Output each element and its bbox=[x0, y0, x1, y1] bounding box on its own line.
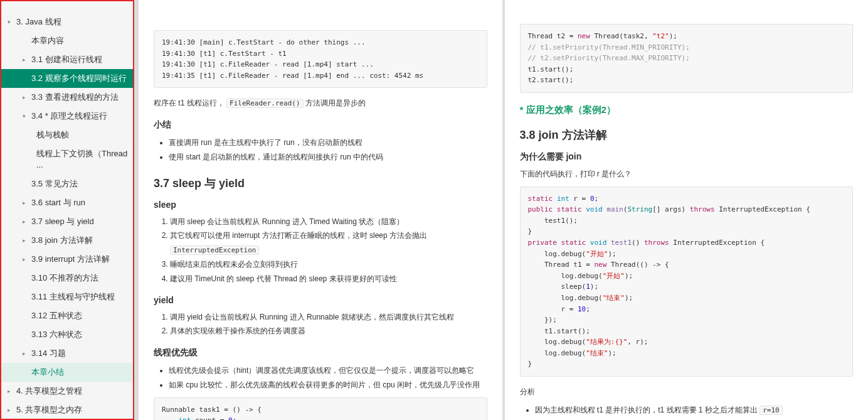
list-item: 如果 cpu 比较忙，那么优先级高的线程会获得更多的时间片，但 cpu 闲时，优… bbox=[169, 378, 487, 392]
nav-item-20[interactable]: 5. 共享模型之内存 bbox=[1, 401, 133, 419]
list-item: 调用 sleep 会让当前线程从 Running 进入 Timed Waitin… bbox=[170, 215, 487, 229]
list-item: 建议用 TimeUnit 的 sleep 代替 Thread 的 sleep 来… bbox=[170, 272, 487, 286]
nav-item-10[interactable]: 3.7 sleep 与 yield bbox=[1, 212, 133, 231]
nav-item-1[interactable]: 本章内容 bbox=[1, 31, 133, 50]
ordered-list: 调用 sleep 会让当前线程从 Running 进入 Timed Waitin… bbox=[154, 215, 487, 286]
heading-why-join: 为什么需要 join bbox=[520, 151, 854, 163]
nav-item-9[interactable]: 3.6 start 与 run bbox=[1, 193, 133, 212]
heading-sleep: sleep bbox=[154, 200, 487, 210]
nav-item-15[interactable]: 3.12 五种状态 bbox=[1, 306, 133, 325]
nav-item-6[interactable]: 栈与栈帧 bbox=[1, 126, 133, 144]
pane-divider bbox=[134, 0, 139, 420]
inline-code: InterruptedException bbox=[170, 245, 259, 255]
list-item: 其它线程可以使用 interrupt 方法打断正在睡眠的线程，这时 sleep … bbox=[170, 229, 487, 257]
heading-yield: yield bbox=[154, 295, 487, 305]
nav-item-14[interactable]: 3.11 主线程与守护线程 bbox=[1, 288, 133, 306]
list-item: 而主线程一开始就要打印 r 的结果，所以只能打印出 r=0 bbox=[535, 417, 854, 420]
nav-item-12[interactable]: 3.9 interrupt 方法详解 bbox=[1, 250, 133, 269]
heading-summary: 小结 bbox=[154, 119, 487, 131]
nav-item-4[interactable]: 3.3 查看进程线程的方法 bbox=[1, 88, 133, 107]
heading-37: 3.7 sleep 与 yield bbox=[154, 176, 487, 191]
nav-item-2[interactable]: 3.1 创建和运行线程 bbox=[1, 50, 133, 69]
bullet-list: 因为主线程和线程 t1 是并行执行的，t1 线程需要 1 秒之后才能算出 r=1… bbox=[520, 403, 854, 420]
nav-item-11[interactable]: 3.8 join 方法详解 bbox=[1, 231, 133, 250]
code-block-join: static int r = 0; public static void mai… bbox=[520, 186, 854, 377]
nav-item-13[interactable]: 3.10 不推荐的方法 bbox=[1, 269, 133, 288]
text: 其它线程可以使用 interrupt 方法打断正在睡眠的线程，这时 sleep … bbox=[170, 231, 427, 240]
list-item: 直接调用 run 是在主线程中执行了 run，没有启动新的线程 bbox=[169, 136, 487, 150]
heading-priority: 线程优先级 bbox=[154, 347, 487, 358]
list-item: 睡眠结束后的线程未必会立刻得到执行 bbox=[170, 257, 487, 272]
nav-item-7[interactable]: 线程上下文切换（Thread ... bbox=[1, 144, 133, 175]
text: 程序在 t1 线程运行， bbox=[154, 99, 225, 107]
left-pane: 19:41:30 [main] c.TestStart - do other t… bbox=[139, 0, 502, 420]
nav-item-0[interactable]: 3. Java 线程 bbox=[1, 13, 133, 31]
content-panes: 19:41:30 [main] c.TestStart - do other t… bbox=[139, 0, 868, 420]
nav-item-19[interactable]: 4. 共享模型之管程 bbox=[1, 382, 133, 401]
nav-item-17[interactable]: 3.14 习题 bbox=[1, 344, 133, 363]
nav-item-8[interactable]: 3.5 常见方法 bbox=[1, 175, 133, 193]
code-block-thread: Thread t2 = new Thread(task2, "t2"); // … bbox=[520, 24, 854, 93]
bullet-list: 线程优先级会提示（hint）调度器优先调度该线程，但它仅仅是一个提示，调度器可以… bbox=[154, 363, 487, 392]
list-item: 因为主线程和线程 t1 是并行执行的，t1 线程需要 1 秒之后才能算出 r=1… bbox=[535, 403, 854, 417]
bullet-list: 直接调用 run 是在主线程中执行了 run，没有启动新的线程 使用 start… bbox=[154, 136, 487, 164]
paragraph: 分析 bbox=[520, 385, 854, 399]
list-item: 具体的实现依赖于操作系统的任务调度器 bbox=[170, 324, 487, 338]
nav-item-5[interactable]: 3.4 * 原理之线程运行 bbox=[1, 107, 133, 126]
list-item: 线程优先级会提示（hint）调度器优先调度该线程，但它仅仅是一个提示，调度器可以… bbox=[169, 363, 487, 378]
list-item: 使用 start 是启动新的线程，通过新的线程间接执行 run 中的代码 bbox=[169, 150, 487, 164]
inline-code: FileReader.read() bbox=[226, 99, 304, 108]
heading-38: 3.8 join 方法详解 bbox=[520, 127, 854, 143]
log-output-block: 19:41:30 [main] c.TestStart - do other t… bbox=[154, 30, 487, 88]
nav-item-16[interactable]: 3.13 六种状态 bbox=[1, 325, 133, 344]
inline-code: r=10 bbox=[760, 406, 783, 415]
nav-item-18[interactable]: 本章小结 bbox=[1, 363, 133, 382]
list-item: 调用 yield 会让当前线程从 Running 进入 Runnable 就绪状… bbox=[170, 310, 487, 325]
right-pane: Thread t2 = new Thread(task2, "t2"); // … bbox=[502, 0, 869, 420]
heading-case2: * 应用之效率（案例2） bbox=[520, 104, 854, 116]
paragraph: 下面的代码执行，打印 r 是什么？ bbox=[520, 168, 854, 181]
ordered-list: 调用 yield 会让当前线程从 Running 进入 Runnable 就绪状… bbox=[154, 310, 487, 339]
text: 方法调用是异步的 bbox=[305, 99, 366, 107]
paragraph: 程序在 t1 线程运行， FileReader.read() 方法调用是异步的 bbox=[154, 97, 487, 110]
text: 因为主线程和线程 t1 是并行执行的，t1 线程需要 1 秒之后才能算出 bbox=[535, 406, 760, 414]
sidebar: 3. Java 线程本章内容3.1 创建和运行线程3.2 观察多个线程同时运行3… bbox=[0, 0, 134, 420]
nav-item-3[interactable]: 3.2 观察多个线程同时运行 bbox=[1, 69, 133, 88]
code-block-runnable: Runnable task1 = () -> { int count = 0; … bbox=[154, 397, 487, 420]
